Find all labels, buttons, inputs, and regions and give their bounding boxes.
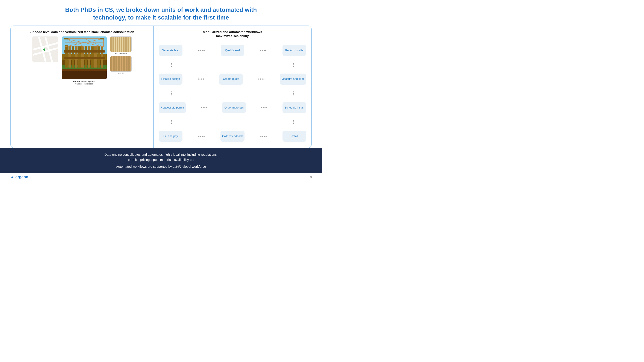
vconn-3 xyxy=(171,91,172,95)
vconn-1 xyxy=(171,63,172,67)
wf-collect-feedback: Collect feedback xyxy=(220,131,244,142)
connector-dots-4b xyxy=(260,136,268,137)
vconn-5 xyxy=(171,120,172,124)
svg-rect-12 xyxy=(91,46,94,67)
style-thumbnails: Picture Frame Nail Up xyxy=(110,36,132,74)
dot xyxy=(260,78,261,79)
picture-frame-pattern xyxy=(110,37,132,52)
page-number: 8 xyxy=(310,175,312,179)
vdot xyxy=(293,91,294,92)
vconn-4 xyxy=(293,91,294,95)
nail-up-pattern xyxy=(110,56,132,71)
main-content: Zipcode-level data and verticalized tech… xyxy=(10,25,312,148)
vdot xyxy=(171,93,172,94)
vert-connectors-1 xyxy=(159,63,306,67)
logo-chevron-icon: ▲ xyxy=(10,175,14,179)
dot xyxy=(203,78,204,79)
dot xyxy=(264,78,264,79)
bottom-line2: permits, pricing, spec, materials availa… xyxy=(10,157,312,162)
vdot xyxy=(171,64,172,65)
workflow-row-2: Finalize design Create quote Mea xyxy=(159,73,306,85)
dot xyxy=(264,107,266,108)
svg-rect-4 xyxy=(65,45,68,67)
dot xyxy=(262,50,263,51)
connector-dots-2b xyxy=(258,78,265,79)
dot xyxy=(198,136,200,137)
map-illustration xyxy=(32,36,58,62)
dot xyxy=(260,136,262,137)
bottom-line1: Data engine consolidates and automates h… xyxy=(10,152,312,157)
vdot xyxy=(171,121,172,122)
dot xyxy=(198,50,200,51)
dot xyxy=(266,136,266,137)
vdot xyxy=(293,120,294,121)
dot xyxy=(203,107,204,108)
bottom-band: Data engine consolidates and automates h… xyxy=(0,148,322,173)
logo: ▲ ergeon xyxy=(10,175,28,179)
vdot xyxy=(293,93,294,94)
vdot xyxy=(293,64,294,65)
right-title-line2: maximizes scalability xyxy=(203,34,262,38)
connector-dots-1a xyxy=(198,50,206,51)
connector-dots-1b xyxy=(259,50,267,51)
connector-dots-3b xyxy=(260,107,268,108)
wf-finalize-design: Finalize design xyxy=(159,73,182,85)
dot xyxy=(202,136,203,137)
right-panel-title: Modularized and automated workflows maxi… xyxy=(203,30,262,38)
vconn-2 xyxy=(293,63,294,67)
vdot xyxy=(171,91,172,92)
slide-title: Both PhDs in CS, we broke down units of … xyxy=(10,6,312,22)
dot xyxy=(262,136,263,137)
dot xyxy=(266,107,267,108)
dot xyxy=(264,50,265,51)
connector-dots-2a xyxy=(197,78,205,79)
connector-dots-3a xyxy=(200,107,208,108)
workflow-row-4: Bill and pay Collect feedback In xyxy=(159,131,306,142)
workflow-row-3: Request dig permit Order materials xyxy=(159,102,306,113)
style2-thumb xyxy=(110,56,132,72)
fence-price-sub: Material + Installation xyxy=(75,83,93,85)
dot xyxy=(264,136,265,137)
dot xyxy=(201,78,202,79)
wf-create-quote: Create quote xyxy=(219,73,243,85)
svg-rect-16 xyxy=(64,50,105,52)
vdot xyxy=(293,66,294,67)
dot xyxy=(200,136,201,137)
dot xyxy=(198,78,199,79)
dot xyxy=(200,50,201,51)
wf-perform-onsite: Perform onsite xyxy=(282,45,306,56)
wf-generate-lead: Generate lead xyxy=(159,45,182,56)
svg-rect-10 xyxy=(84,46,87,67)
svg-rect-14 xyxy=(98,46,100,67)
fence-price-label: Fence price: ~$49/ft xyxy=(73,80,95,83)
vert-connectors-3 xyxy=(159,120,306,124)
wf-measure-spec: Measure and spec xyxy=(280,73,306,85)
wf-schedule-install: Schedule install xyxy=(282,102,306,113)
vert-connectors-2 xyxy=(159,91,306,95)
style1-thumb xyxy=(110,36,132,52)
style1-label: Picture Frame xyxy=(110,52,132,54)
dot xyxy=(258,78,259,79)
vdot xyxy=(171,66,172,67)
spacer xyxy=(10,162,312,164)
dot xyxy=(262,78,263,79)
vdot xyxy=(171,94,172,95)
vdot xyxy=(171,63,172,64)
vdot xyxy=(293,63,294,64)
dot xyxy=(202,50,203,51)
fence-svg xyxy=(62,36,107,79)
wf-request-dig: Request dig permit xyxy=(159,102,186,113)
slide: Both PhDs in CS, we broke down units of … xyxy=(0,0,322,181)
dot xyxy=(263,107,264,108)
wf-qualify-lead: Qualify lead xyxy=(221,45,244,56)
workflow-row-1: Generate lead Qualify lead Perfo xyxy=(159,45,306,56)
dot xyxy=(206,107,207,108)
left-panel-title: Zipcode-level data and verticalized tech… xyxy=(30,30,134,34)
dot xyxy=(260,50,261,51)
title-line1: Both PhDs in CS, we broke down units of … xyxy=(10,6,312,14)
dot xyxy=(204,136,204,137)
wf-order-materials: Order materials xyxy=(222,102,246,113)
dot xyxy=(204,107,206,108)
svg-rect-6 xyxy=(72,46,74,67)
dot xyxy=(201,107,202,108)
